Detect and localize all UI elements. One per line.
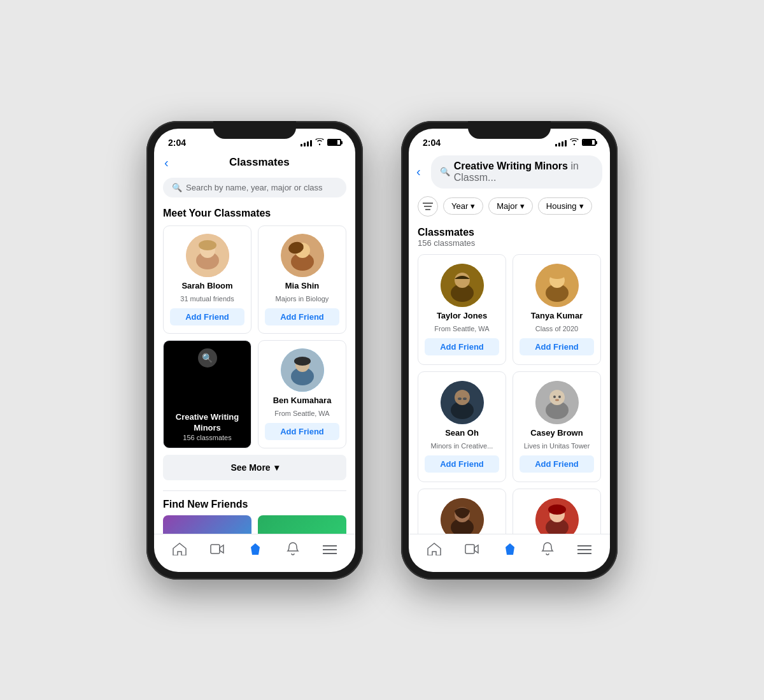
svg-marker-13: [251, 543, 260, 555]
svg-rect-27: [547, 270, 567, 275]
search-text-active: Creative Writing Minors in Classm...: [454, 161, 593, 183]
svg-point-11: [294, 357, 311, 366]
video-icon-2: [465, 543, 479, 558]
nav-video-1[interactable]: [204, 541, 230, 561]
menu-icon-2: [577, 543, 591, 558]
svg-rect-46: [465, 545, 474, 554]
svg-point-3: [199, 240, 216, 250]
avatar-sean: [441, 381, 484, 424]
card-noah-green[interactable]: Noah Green From Seattle, WA Add Friend: [418, 489, 506, 533]
classmates-count: 156 classmates: [418, 238, 601, 248]
filter-housing-chevron: ▾: [579, 201, 584, 211]
filter-row: Year ▾ Major ▾ Housing ▾: [409, 192, 610, 223]
avatar-tanya: [535, 264, 579, 307]
avatar-taylor: [441, 264, 484, 307]
card-name-sean: Sean Oh: [445, 428, 479, 438]
screen-2: 2:04 ‹ 🔍: [409, 129, 610, 572]
add-friend-button-taylor[interactable]: Add Friend: [425, 338, 499, 355]
nav-video-2[interactable]: [458, 541, 485, 561]
classmates-icon-2: [503, 542, 517, 559]
nav-bell-1[interactable]: [280, 539, 306, 562]
filter-year[interactable]: Year ▾: [443, 197, 483, 215]
filter-year-label: Year: [451, 201, 468, 211]
avatar-sarah: [186, 234, 229, 277]
main-scroll-1[interactable]: Meet Your Classmates Sarah Bloom 31 mut: [154, 204, 355, 534]
card-creative-writing[interactable]: 🔍 Creative Writing Minors 156 classmates: [163, 340, 251, 448]
back-button-1[interactable]: ‹: [164, 155, 169, 170]
menu-icon-1: [323, 543, 337, 558]
classmates-title: Classmates: [418, 227, 601, 238]
meet-classmates-title: Meet Your Classmates: [163, 208, 346, 219]
card-sean-oh[interactable]: Sean Oh Minors in Creative... Add Friend: [418, 371, 506, 482]
card-sarah-bloom[interactable]: Sarah Bloom 31 mutual friends Add Friend: [163, 225, 251, 334]
add-friend-button-sarah[interactable]: Add Friend: [170, 308, 244, 325]
bottom-nav-2: [409, 534, 610, 572]
nav-bell-2[interactable]: [535, 539, 560, 562]
svg-point-32: [463, 397, 467, 400]
page-title-1: Classmates: [174, 156, 345, 169]
search-bar-2[interactable]: 🔍 Creative Writing Minors in Classm...: [431, 155, 602, 189]
add-friend-button-tanya[interactable]: Add Friend: [520, 338, 594, 355]
creative-writing-count: 156 classmates: [170, 434, 244, 441]
add-friend-button-casey[interactable]: Add Friend: [520, 455, 594, 473]
card-tanya-kumar[interactable]: Tanya Kumar Class of 2020 Add Friend: [513, 254, 601, 365]
card-name-ben: Ben Kumahara: [273, 396, 332, 405]
nav-header-2: ‹ 🔍 Creative Writing Minors in Classm...: [409, 150, 610, 192]
battery-icon-2: [582, 139, 596, 146]
bell-icon-2: [541, 542, 554, 559]
nav-menu-1[interactable]: [316, 541, 343, 561]
avatar-casey: [535, 381, 579, 424]
find-new-friends-title: Find New Friends: [163, 499, 346, 515]
see-more-button[interactable]: See More ▾: [163, 455, 346, 480]
svg-point-36: [553, 396, 556, 398]
card-mia-shin[interactable]: Mia Shin Majors in Biology Add Friend: [258, 225, 346, 334]
filter-housing-label: Housing: [546, 201, 577, 211]
filter-major-chevron: ▾: [520, 201, 525, 211]
nav-menu-2[interactable]: [571, 541, 598, 561]
wifi-icon-1: [315, 138, 324, 146]
status-icons-2: [555, 138, 596, 146]
card-sub-casey: Lives in Unitas Tower: [524, 441, 590, 450]
avatar-noah: [441, 498, 484, 533]
notch-1: [213, 121, 296, 139]
filter-icon-button[interactable]: [418, 196, 438, 217]
see-more-chevron: ▾: [274, 462, 279, 473]
add-friend-button-ben[interactable]: Add Friend: [265, 423, 339, 440]
nav-home-1[interactable]: [166, 540, 193, 561]
classmates-icon-1: [248, 542, 262, 559]
video-icon-1: [210, 543, 224, 558]
nav-home-2[interactable]: [421, 540, 448, 561]
search-container-1: 🔍 Search by name, year, major or class: [154, 174, 355, 204]
svg-point-30: [455, 390, 470, 405]
card-ben-kumahara[interactable]: Ben Kumahara From Seattle, WA Add Friend: [258, 340, 346, 448]
svg-rect-12: [211, 545, 220, 554]
svg-point-31: [458, 397, 462, 400]
screen-1: 2:04 ‹ Classmates: [154, 129, 355, 572]
phone2-scroll[interactable]: Taylor Jones From Seattle, WA Add Friend: [409, 254, 610, 534]
svg-point-35: [549, 390, 565, 405]
filter-major[interactable]: Major ▾: [488, 197, 533, 215]
avatar-alice: [535, 498, 579, 533]
svg-point-22: [455, 273, 470, 288]
status-icons-1: [301, 138, 341, 146]
filter-major-label: Major: [497, 201, 518, 211]
avatar-ben: [281, 348, 324, 392]
phone-1: 2:04 ‹ Classmates: [146, 121, 363, 580]
card-name-sarah: Sarah Bloom: [181, 281, 232, 290]
filter-housing[interactable]: Housing ▾: [538, 197, 592, 215]
divider-1: [163, 490, 346, 491]
find-card-1[interactable]: [163, 515, 251, 533]
card-sub-taylor: From Seattle, WA: [434, 324, 489, 333]
cards-grid-1: Sarah Bloom 31 mutual friends Add Friend: [163, 225, 346, 334]
add-friend-button-sean[interactable]: Add Friend: [425, 455, 499, 473]
card-casey-brown[interactable]: Casey Brown Lives in Unitas Tower Add Fr…: [513, 371, 601, 482]
search-bar-1[interactable]: 🔍 Search by name, year, major or class: [163, 178, 346, 197]
back-button-2[interactable]: ‹: [416, 164, 421, 179]
nav-classmates-1[interactable]: [242, 539, 269, 562]
find-card-2[interactable]: [258, 515, 346, 533]
add-friend-button-mia[interactable]: Add Friend: [265, 308, 339, 325]
nav-classmates-2[interactable]: [497, 539, 523, 562]
see-more-label: See More: [230, 462, 270, 473]
card-taylor-jones[interactable]: Taylor Jones From Seattle, WA Add Friend: [418, 254, 506, 365]
card-alice-rissler[interactable]: Alice Rissler Class of 2024 Add Friend: [513, 489, 601, 533]
